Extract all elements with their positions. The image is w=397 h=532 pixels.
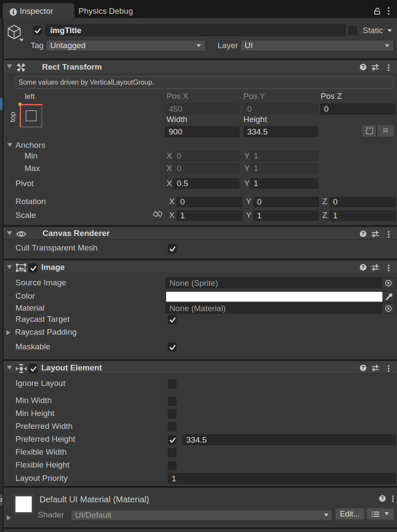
svg-text:?: ? <box>361 64 364 70</box>
svg-text:?: ? <box>361 231 364 237</box>
svg-text:?: ? <box>361 264 364 270</box>
svg-text:?: ? <box>361 365 364 371</box>
svg-text:?: ? <box>381 495 384 501</box>
